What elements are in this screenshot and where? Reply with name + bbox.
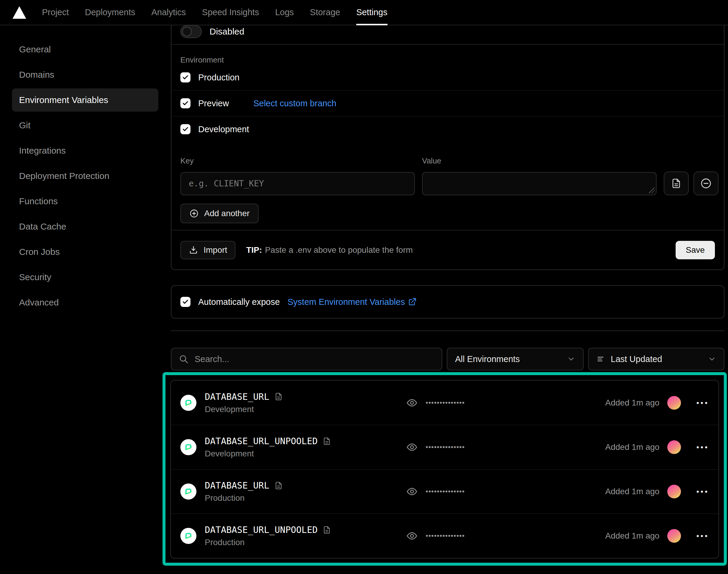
select-custom-branch-link[interactable]: Select custom branch: [253, 98, 336, 108]
row-menu-button[interactable]: •••: [696, 488, 709, 495]
environment-section-label: Environment: [180, 55, 724, 65]
env-variable-row: DATABASE_URL Production •••••••••••••• A…: [171, 469, 719, 514]
import-label: Import: [204, 245, 227, 255]
divider: [171, 330, 724, 331]
nav-tab-storage[interactable]: Storage: [302, 0, 348, 25]
sidebar-item-security[interactable]: Security: [12, 265, 158, 289]
user-avatar: [667, 440, 681, 454]
nav-tab-settings[interactable]: Settings: [348, 0, 395, 25]
neon-integration-icon: [180, 395, 197, 411]
sidebar-item-environment-variables[interactable]: Environment Variables: [12, 88, 158, 112]
sidebar-item-functions[interactable]: Functions: [12, 190, 158, 213]
sensitive-toggle-row: Disabled: [180, 23, 724, 40]
external-link-icon: [408, 297, 417, 306]
variable-meta: Added 1m ago •••: [605, 440, 709, 454]
value-label: Value: [422, 156, 656, 166]
variable-identity: DATABASE_URL_UNPOOLED Development: [205, 436, 406, 458]
minus-circle-icon: [700, 177, 712, 189]
variable-name: DATABASE_URL_UNPOOLED: [205, 436, 317, 446]
remove-row-button[interactable]: [693, 171, 719, 195]
save-button[interactable]: Save: [676, 241, 715, 259]
preview-label: Preview: [198, 98, 229, 108]
tip-bold: TIP:: [246, 245, 262, 254]
tip-text: TIP:Paste a .env above to populate the f…: [246, 245, 413, 255]
environment-option-production: Production: [171, 65, 724, 90]
variable-value: ••••••••••••••: [406, 441, 465, 453]
import-button[interactable]: Import: [180, 241, 235, 259]
variable-value: ••••••••••••••: [406, 397, 465, 409]
disabled-toggle[interactable]: [180, 25, 202, 38]
added-timestamp: Added 1m ago: [605, 531, 659, 541]
paste-env-file-button[interactable]: [664, 171, 689, 195]
nav-tab-project[interactable]: Project: [34, 0, 77, 25]
variable-identity: DATABASE_URL_UNPOOLED Production: [205, 525, 406, 547]
variable-name: DATABASE_URL: [205, 392, 269, 402]
sidebar-item-advanced[interactable]: Advanced: [12, 291, 158, 314]
main-content: Disabled Environment Production Preview …: [171, 0, 724, 566]
neon-integration-icon: [180, 484, 197, 500]
add-another-button[interactable]: Add another: [180, 204, 259, 223]
variable-identity: DATABASE_URL Development: [205, 392, 406, 414]
variable-identity: DATABASE_URL Production: [205, 480, 406, 503]
nav-tab-logs[interactable]: Logs: [267, 0, 302, 25]
value-input[interactable]: [422, 172, 656, 195]
production-checkbox[interactable]: [180, 72, 190, 82]
row-menu-button[interactable]: •••: [696, 443, 709, 451]
top-nav: Project Deployments Analytics Speed Insi…: [0, 0, 728, 25]
environment-option-development: Development: [171, 116, 724, 142]
sidebar-item-integrations[interactable]: Integrations: [12, 139, 158, 162]
system-env-expose-card: Automatically expose System Environment …: [171, 285, 724, 319]
sort-value: Last Updated: [611, 354, 662, 364]
env-var-form-card: Disabled Environment Production Preview …: [171, 18, 724, 270]
note-icon: [274, 481, 283, 490]
sidebar-item-deployment-protection[interactable]: Deployment Protection: [12, 164, 158, 188]
row-menu-button[interactable]: •••: [696, 532, 709, 540]
system-env-variables-link[interactable]: System Environment Variables: [288, 297, 417, 307]
environment-filter-dropdown[interactable]: All Environments: [447, 348, 584, 370]
preview-checkbox[interactable]: [180, 98, 190, 108]
environment-option-preview: Preview Select custom branch: [171, 90, 724, 116]
plus-circle-icon: [189, 209, 199, 218]
variable-environment: Production: [205, 493, 406, 503]
key-input[interactable]: [180, 172, 415, 195]
vercel-logo-icon[interactable]: [12, 6, 26, 19]
sidebar-item-domains[interactable]: Domains: [12, 63, 158, 86]
value-action-buttons: [664, 171, 719, 195]
row-menu-button[interactable]: •••: [696, 399, 709, 407]
value-field: Value: [422, 156, 656, 195]
variable-name: DATABASE_URL: [205, 480, 269, 491]
added-timestamp: Added 1m ago: [605, 487, 659, 496]
env-variable-row: DATABASE_URL_UNPOOLED Production •••••••…: [171, 514, 719, 558]
sort-dropdown[interactable]: Last Updated: [588, 348, 724, 370]
development-checkbox[interactable]: [180, 124, 190, 134]
sidebar-item-cron-jobs[interactable]: Cron Jobs: [12, 240, 158, 263]
search-input[interactable]: [195, 354, 434, 364]
sidebar-item-git[interactable]: Git: [12, 114, 158, 137]
variable-meta: Added 1m ago •••: [605, 485, 709, 498]
note-icon: [322, 526, 331, 534]
settings-sidebar: General Domains Environment Variables Gi…: [12, 38, 158, 316]
variable-value: ••••••••••••••: [406, 486, 465, 497]
download-icon: [189, 245, 198, 255]
eye-icon: [406, 397, 418, 409]
variable-environment: Development: [205, 405, 406, 414]
variable-meta: Added 1m ago •••: [605, 529, 709, 543]
note-icon: [274, 392, 283, 401]
sidebar-item-general[interactable]: General: [12, 38, 158, 61]
nav-tab-deployments[interactable]: Deployments: [77, 0, 143, 25]
nav-tab-analytics[interactable]: Analytics: [143, 0, 194, 25]
sidebar-item-data-cache[interactable]: Data Cache: [12, 215, 158, 238]
key-label: Key: [180, 156, 415, 166]
check-icon: [182, 74, 189, 81]
eye-icon: [406, 530, 418, 542]
nav-tab-speed-insights[interactable]: Speed Insights: [194, 0, 267, 25]
eye-icon: [406, 441, 418, 453]
variable-environment: Production: [205, 538, 406, 547]
env-variable-row: DATABASE_URL_UNPOOLED Development ••••••…: [171, 425, 719, 469]
main-nav-tabs: Project Deployments Analytics Speed Insi…: [34, 0, 395, 25]
neon-integration-icon: [180, 528, 197, 544]
vercel-settings-screen: Project Deployments Analytics Speed Insi…: [0, 0, 728, 574]
expose-checkbox[interactable]: [180, 297, 190, 307]
divider: [171, 44, 724, 45]
eye-icon: [406, 486, 418, 497]
